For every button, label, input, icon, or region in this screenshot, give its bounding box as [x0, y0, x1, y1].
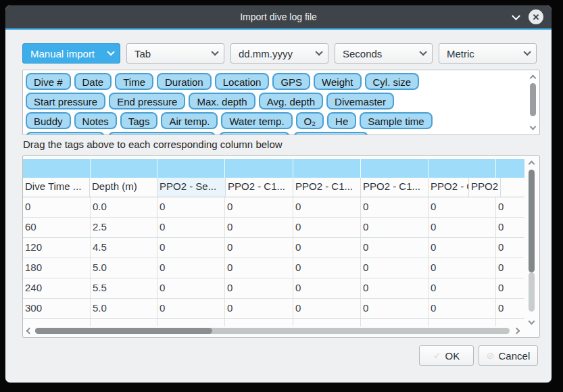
- table-cell[interactable]: 0: [429, 197, 496, 217]
- field-tag[interactable]: Sample temperature: [108, 132, 216, 135]
- column-header[interactable]: PPO2 - C1...: [429, 178, 469, 197]
- close-button[interactable]: ✕: [529, 9, 543, 24]
- table-cell[interactable]: 5.0: [91, 258, 157, 278]
- table-cell[interactable]: 0: [225, 197, 293, 217]
- column-header[interactable]: Depth (m): [90, 178, 157, 197]
- scrollbar-thumb[interactable]: [35, 328, 212, 334]
- column-header[interactable]: PPO2 - C1...: [226, 178, 293, 197]
- table-cell[interactable]: 180: [23, 258, 91, 278]
- field-tag[interactable]: Cyl. size: [365, 73, 420, 90]
- column-header[interactable]: Dive Time ...: [23, 178, 90, 197]
- drop-target-cell[interactable]: [496, 159, 524, 178]
- field-tag[interactable]: Dive #: [26, 73, 71, 90]
- table-cell[interactable]: 0: [496, 258, 524, 278]
- table-cell[interactable]: 0: [429, 258, 496, 278]
- field-tag[interactable]: Time: [115, 73, 153, 90]
- table-cell[interactable]: 0: [496, 218, 524, 237]
- table-vertical-scrollbar[interactable]: [527, 159, 537, 325]
- scroll-down-icon[interactable]: [529, 318, 535, 325]
- table-cell[interactable]: 5.5: [91, 278, 157, 298]
- field-tag[interactable]: Sample pO₂: [219, 132, 290, 135]
- table-cell[interactable]: 0: [293, 299, 361, 318]
- table-horizontal-scrollbar[interactable]: [26, 326, 519, 335]
- import-mode-select[interactable]: Manual import: [22, 43, 120, 64]
- field-tag[interactable]: Sample depth: [26, 132, 105, 135]
- field-tag[interactable]: Divemaster: [326, 93, 394, 109]
- field-tag[interactable]: Max. depth: [189, 93, 255, 109]
- chevron-down-icon[interactable]: [512, 11, 520, 20]
- field-tag[interactable]: Sample time: [360, 112, 432, 129]
- scroll-right-icon[interactable]: [514, 328, 520, 335]
- table-cell[interactable]: 0.0: [91, 197, 157, 217]
- field-tag[interactable]: O₂: [296, 112, 324, 129]
- field-tag[interactable]: Date: [74, 73, 112, 90]
- drop-target-cell[interactable]: [293, 159, 361, 178]
- table-cell[interactable]: 0: [361, 238, 429, 258]
- field-tag[interactable]: Air temp.: [161, 112, 218, 129]
- table-cell[interactable]: 0: [429, 218, 496, 237]
- field-tag[interactable]: Avg. depth: [259, 93, 323, 109]
- field-tag[interactable]: Start pressure: [26, 93, 105, 109]
- table-cell[interactable]: 240: [23, 278, 91, 298]
- table-cell[interactable]: 60: [23, 218, 91, 237]
- column-header[interactable]: PPO2 - C1...: [361, 178, 429, 197]
- table-cell[interactable]: 0: [293, 238, 361, 258]
- table-cell[interactable]: 0: [157, 197, 225, 217]
- field-tag[interactable]: He: [327, 112, 356, 129]
- drop-target-cell[interactable]: [23, 159, 91, 178]
- scroll-down-icon[interactable]: [530, 124, 537, 130]
- scrollbar-track[interactable]: [529, 272, 535, 312]
- drop-target-cell[interactable]: [429, 159, 496, 178]
- table-cell[interactable]: 0: [225, 218, 293, 237]
- drop-target-cell[interactable]: [361, 159, 429, 178]
- table-cell[interactable]: 0: [225, 299, 293, 318]
- table-cell[interactable]: 0: [496, 299, 524, 318]
- field-tag[interactable]: Duration: [157, 73, 212, 90]
- table-cell[interactable]: 0: [157, 238, 225, 258]
- field-tag[interactable]: End pressure: [109, 93, 185, 109]
- scroll-up-icon[interactable]: [529, 161, 535, 168]
- table-cell[interactable]: 0: [157, 218, 225, 237]
- table-cell[interactable]: 0: [361, 197, 429, 217]
- drop-target-cell[interactable]: [91, 159, 157, 178]
- table-cell[interactable]: 0: [429, 278, 496, 298]
- field-tag[interactable]: Sample CNS: [293, 132, 368, 135]
- table-cell[interactable]: 0: [157, 278, 225, 298]
- duration-format-select[interactable]: Seconds: [335, 43, 433, 64]
- table-cell[interactable]: 0: [361, 218, 429, 237]
- scroll-left-icon[interactable]: [26, 328, 33, 335]
- table-cell[interactable]: 0: [225, 238, 293, 258]
- table-cell[interactable]: 0: [293, 197, 361, 217]
- scrollbar-thumb[interactable]: [529, 170, 535, 272]
- table-cell[interactable]: 0: [293, 278, 361, 298]
- table-cell[interactable]: 0: [361, 258, 429, 278]
- field-tag[interactable]: Water temp.: [221, 112, 292, 129]
- field-tag[interactable]: Buddy: [26, 112, 71, 129]
- table-cell[interactable]: 0: [429, 238, 496, 258]
- table-cell[interactable]: 0: [293, 218, 361, 237]
- table-cell[interactable]: 0: [225, 258, 293, 278]
- table-cell[interactable]: 300: [23, 299, 91, 318]
- field-separator-select[interactable]: Tab: [126, 43, 224, 64]
- column-header[interactable]: PPO2 - Se...: [157, 178, 226, 197]
- table-cell[interactable]: 0: [361, 299, 429, 318]
- scroll-up-icon[interactable]: [530, 75, 537, 82]
- table-cell[interactable]: 0: [496, 238, 524, 258]
- table-cell[interactable]: 0: [293, 258, 361, 278]
- units-select[interactable]: Metric: [439, 43, 537, 64]
- cancel-button[interactable]: ⊘ Cancel: [479, 345, 538, 366]
- field-tag[interactable]: Tags: [120, 112, 158, 129]
- ok-button[interactable]: ✓ OK: [419, 345, 474, 366]
- table-cell[interactable]: 2.5: [91, 218, 157, 237]
- table-cell[interactable]: 0: [157, 299, 225, 318]
- drop-target-cell[interactable]: [157, 159, 225, 178]
- column-header[interactable]: PPO2 - C1...: [293, 178, 361, 197]
- table-cell[interactable]: 0: [157, 258, 225, 278]
- table-cell[interactable]: 0: [496, 278, 524, 298]
- drop-target-cell[interactable]: [225, 159, 293, 178]
- table-cell[interactable]: 0: [361, 278, 429, 298]
- field-tag[interactable]: Weight: [314, 73, 361, 90]
- date-format-select[interactable]: dd.mm.yyyy: [230, 43, 328, 64]
- field-tag[interactable]: GPS: [272, 73, 310, 90]
- table-cell[interactable]: 5.0: [91, 299, 157, 318]
